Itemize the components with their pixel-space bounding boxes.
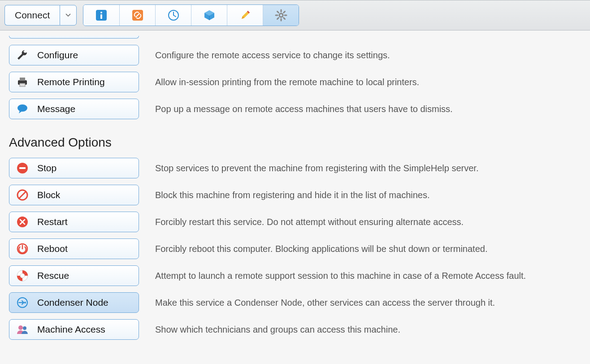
link-icon: [131, 9, 144, 22]
svg-line-11: [283, 18, 285, 19]
svg-line-13: [277, 18, 278, 19]
option-row-remote-printing: Remote Printing Allow in-session printin…: [9, 72, 581, 92]
tab-history[interactable]: [155, 5, 191, 26]
svg-line-21: [19, 191, 26, 199]
toolbar-tabs: [83, 4, 299, 26]
stop-icon: [16, 161, 29, 175]
option-description: Allow in-session printing from the remot…: [155, 77, 419, 87]
svg-point-17: [17, 104, 27, 112]
stop-button[interactable]: Stop: [9, 158, 139, 178]
button-label: Remote Printing: [37, 77, 105, 87]
connect-button-group: Connect: [4, 5, 77, 26]
block-icon: [16, 188, 29, 202]
reboot-button[interactable]: Reboot: [9, 238, 139, 259]
button-label: Condenser Node: [37, 297, 108, 308]
option-row-machine-access: Machine Access Show which technicians an…: [9, 319, 581, 340]
svg-rect-19: [19, 167, 26, 169]
advanced-options-heading: Advanced Options: [9, 135, 581, 150]
option-description: Pop up a message on remote access machin…: [155, 104, 453, 114]
lifebuoy-icon: [16, 269, 29, 282]
svg-rect-16: [20, 83, 25, 87]
toolbar: Connect: [0, 0, 590, 30]
option-description: Attempt to launch a remote support sessi…: [155, 271, 526, 281]
tab-link[interactable]: [119, 5, 155, 26]
option-row-reboot: Reboot Forcibly reboot this computer. Bl…: [9, 238, 581, 259]
option-description: Show which technicians and groups can ac…: [155, 325, 400, 335]
button-label: Machine Access: [37, 324, 105, 335]
option-row-restart: Restart Forcibly restart this service. D…: [9, 212, 581, 232]
power-icon: [16, 242, 29, 256]
option-description: Forcibly reboot this computer. Blocking …: [155, 244, 487, 254]
button-label: Rescue: [37, 270, 69, 281]
tab-edit[interactable]: [227, 5, 263, 26]
button-label: Message: [37, 104, 75, 114]
svg-line-10: [277, 12, 278, 13]
cube-icon: [203, 9, 216, 22]
connect-button[interactable]: Connect: [4, 5, 60, 26]
option-description: Forcibly restart this service. Do not at…: [155, 217, 464, 227]
svg-point-1: [100, 12, 102, 13]
printer-icon: [16, 75, 29, 89]
option-row-message: Message Pop up a message on remote acces…: [9, 99, 581, 119]
svg-point-27: [24, 302, 26, 303]
message-icon: [16, 102, 29, 116]
button-label: Configure: [37, 50, 78, 61]
gear-icon: [275, 9, 287, 22]
option-row-configure: Configure Configure the remote access se…: [9, 45, 581, 65]
info-icon: [95, 9, 108, 22]
svg-point-25: [20, 273, 25, 278]
message-button[interactable]: Message: [9, 99, 139, 119]
connect-dropdown-button[interactable]: [60, 5, 77, 26]
svg-rect-2: [100, 14, 102, 19]
clock-icon: [167, 9, 180, 22]
machine-access-button[interactable]: Machine Access: [9, 319, 139, 340]
option-row-stop: Stop Stop services to prevent the machin…: [9, 158, 581, 178]
option-description: Configure the remote access service to c…: [155, 50, 390, 61]
button-label: Reboot: [37, 243, 68, 254]
button-label: Block: [37, 190, 60, 200]
configure-button[interactable]: Configure: [9, 45, 139, 65]
condenser-node-button[interactable]: Condenser Node: [9, 292, 139, 313]
wrench-icon: [16, 48, 29, 62]
users-icon: [16, 323, 29, 336]
chevron-down-icon: [65, 13, 71, 17]
option-row-condenser-node: Condenser Node Make this service a Conde…: [9, 292, 581, 313]
restart-button[interactable]: Restart: [9, 212, 139, 232]
condenser-icon: [16, 296, 29, 309]
settings-content: Configure Configure the remote access se…: [0, 30, 590, 364]
partial-previous-button: [9, 36, 581, 39]
restart-icon: [16, 215, 29, 229]
svg-point-29: [23, 326, 26, 330]
rescue-button[interactable]: Rescue: [9, 265, 139, 286]
svg-point-5: [279, 13, 283, 17]
tab-package[interactable]: [191, 5, 227, 26]
svg-point-28: [18, 325, 23, 330]
button-label: Restart: [37, 217, 68, 227]
tab-info[interactable]: [83, 5, 119, 26]
option-description: Stop services to prevent the machine fro…: [155, 163, 478, 173]
tab-settings[interactable]: [263, 5, 299, 26]
svg-rect-15: [20, 78, 25, 81]
block-button[interactable]: Block: [9, 185, 139, 205]
pencil-icon: [239, 9, 252, 22]
option-description: Block this machine from registering and …: [155, 190, 430, 200]
option-description: Make this service a Condenser Node, othe…: [155, 298, 495, 308]
svg-line-12: [283, 12, 285, 13]
remote-printing-button[interactable]: Remote Printing: [9, 72, 139, 92]
button-label: Stop: [37, 163, 56, 173]
option-row-rescue: Rescue Attempt to launch a remote suppor…: [9, 265, 581, 286]
option-row-block: Block Block this machine from registerin…: [9, 185, 581, 205]
